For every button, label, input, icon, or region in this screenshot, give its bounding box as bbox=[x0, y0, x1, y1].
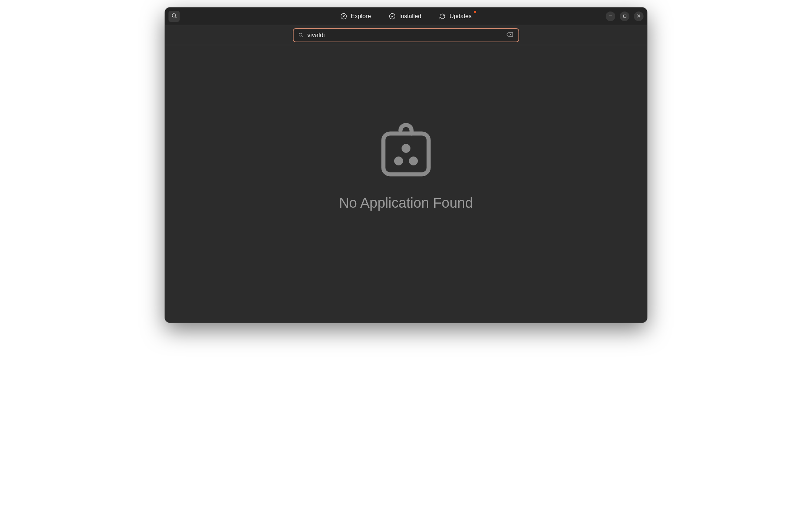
close-button[interactable] bbox=[634, 11, 644, 21]
search-icon bbox=[298, 32, 304, 38]
svg-point-16 bbox=[409, 157, 418, 165]
updates-indicator-dot bbox=[474, 11, 476, 13]
compass-icon bbox=[340, 13, 347, 20]
tab-updates[interactable]: Updates bbox=[438, 11, 473, 22]
svg-line-1 bbox=[175, 16, 176, 17]
svg-point-14 bbox=[402, 144, 410, 153]
svg-marker-3 bbox=[343, 15, 345, 17]
tab-explore-label: Explore bbox=[351, 13, 371, 20]
refresh-icon bbox=[439, 13, 446, 20]
backspace-icon bbox=[507, 32, 513, 38]
tab-installed-label: Installed bbox=[399, 13, 422, 20]
titlebar-left bbox=[168, 11, 243, 22]
empty-state-icon bbox=[378, 119, 434, 180]
svg-point-0 bbox=[172, 13, 175, 17]
maximize-button[interactable] bbox=[620, 11, 629, 21]
titlebar: Explore Installed bbox=[165, 7, 647, 25]
svg-point-15 bbox=[394, 157, 403, 165]
tab-installed[interactable]: Installed bbox=[387, 11, 423, 22]
svg-rect-13 bbox=[383, 134, 429, 174]
search-icon bbox=[171, 13, 177, 20]
search-button[interactable] bbox=[168, 11, 180, 22]
search-bar-row bbox=[165, 25, 647, 45]
search-box[interactable] bbox=[293, 28, 519, 42]
svg-point-4 bbox=[389, 13, 395, 19]
maximize-icon bbox=[623, 13, 626, 19]
svg-line-10 bbox=[302, 36, 303, 37]
clear-search-button[interactable] bbox=[506, 31, 514, 39]
checkmark-circle-icon bbox=[389, 13, 396, 20]
minimize-button[interactable] bbox=[606, 11, 615, 21]
svg-point-9 bbox=[299, 33, 302, 36]
tab-updates-label: Updates bbox=[449, 13, 472, 20]
titlebar-tabs: Explore Installed bbox=[243, 11, 569, 22]
search-input[interactable] bbox=[307, 32, 502, 39]
content-area: No Application Found bbox=[165, 45, 647, 323]
svg-rect-6 bbox=[623, 15, 626, 17]
minimize-icon bbox=[609, 13, 612, 19]
tab-explore[interactable]: Explore bbox=[339, 11, 372, 22]
software-window: Explore Installed bbox=[165, 7, 647, 323]
window-controls bbox=[569, 11, 644, 21]
empty-state-message: No Application Found bbox=[339, 195, 473, 211]
close-icon bbox=[637, 13, 641, 19]
